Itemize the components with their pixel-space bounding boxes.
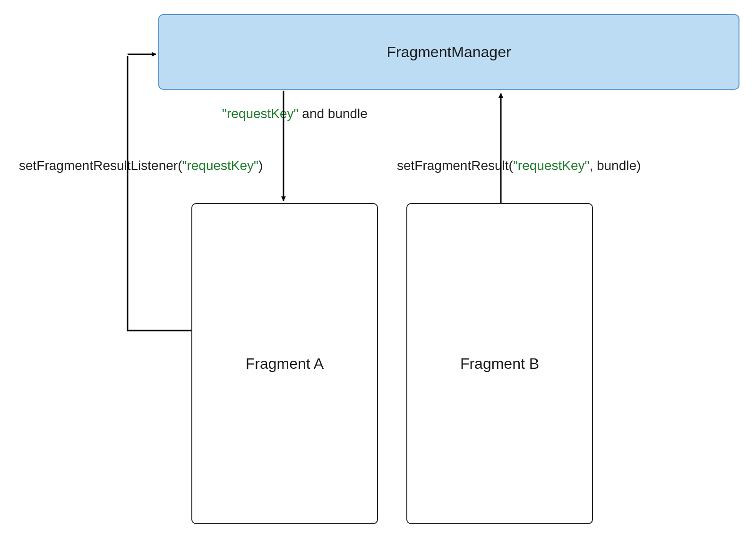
fragment-manager-label: FragmentManager (387, 43, 511, 61)
set-result-label: setFragmentResult("requestKey", bundle) (397, 158, 641, 173)
arrow-fragment-a-to-manager (128, 54, 191, 331)
fragment-manager-box: FragmentManager (158, 14, 739, 90)
deliver-key: "requestKey" (222, 106, 299, 121)
set-result-prefix: setFragmentResult( (397, 158, 513, 173)
deliver-label: "requestKey" and bundle (222, 106, 368, 121)
fragment-b-box: Fragment B (406, 203, 593, 524)
fragment-a-box: Fragment A (191, 203, 378, 524)
diagram-canvas: FragmentManager Fragment A Fragment B se… (0, 0, 756, 552)
deliver-suffix: and bundle (299, 106, 368, 121)
listener-label: setFragmentResultListener("requestKey") (19, 158, 263, 173)
set-result-suffix: , bundle) (589, 158, 641, 173)
fragment-b-label: Fragment B (460, 355, 539, 373)
listener-prefix: setFragmentResultListener( (19, 158, 182, 173)
listener-key: "requestKey" (182, 158, 258, 173)
set-result-key: "requestKey" (513, 158, 590, 173)
fragment-a-label: Fragment A (246, 355, 324, 373)
listener-suffix: ) (258, 158, 263, 173)
